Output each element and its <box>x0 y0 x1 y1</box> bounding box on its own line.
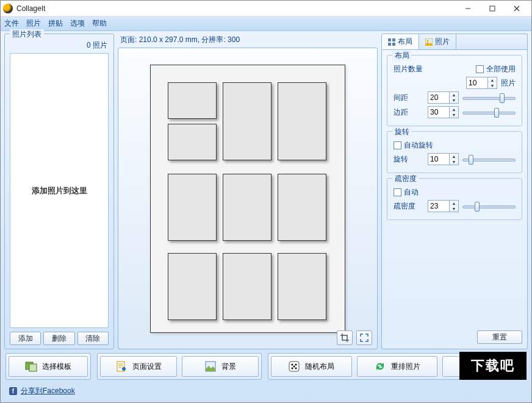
svg-point-17 <box>295 364 297 366</box>
svg-point-20 <box>293 366 295 368</box>
photo-drop-area[interactable]: 添加照片到这里 <box>10 53 109 328</box>
auto-sparse-checkbox[interactable]: 自动 <box>394 187 419 198</box>
group-layout-title: 布局 <box>392 51 412 61</box>
collage-page[interactable] <box>150 65 345 333</box>
use-all-checkbox[interactable]: 全部使用 <box>476 64 516 74</box>
main-area: 照片列表 0 照片 添加照片到这里 添加 删除 清除 页面: 210.0 x 2… <box>1 31 531 402</box>
svg-rect-5 <box>392 38 395 41</box>
sparse-slider[interactable] <box>462 201 516 212</box>
photo-drop-placeholder: 添加照片到这里 <box>32 185 87 196</box>
menu-file[interactable]: 文件 <box>4 18 19 29</box>
collage-cell[interactable] <box>168 82 217 119</box>
reset-button[interactable]: 重置 <box>477 330 522 344</box>
collage-cell[interactable] <box>278 174 326 241</box>
template-icon <box>25 360 37 373</box>
margin-input[interactable]: ▲▼ <box>428 106 459 118</box>
delete-button[interactable]: 删除 <box>43 332 74 345</box>
photo-count-label: 照片数量 <box>394 64 423 74</box>
svg-rect-1 <box>490 6 495 11</box>
group-rotate-title: 旋转 <box>392 127 412 137</box>
menu-collage[interactable]: 拼贴 <box>48 18 63 29</box>
sparse-label: 疏密度 <box>394 201 424 212</box>
grid-icon <box>388 38 395 46</box>
collage-cell[interactable] <box>168 253 217 320</box>
canvas-wrap <box>118 48 378 349</box>
collage-cell[interactable] <box>223 253 271 320</box>
tab-layout[interactable]: 布局 <box>382 34 419 49</box>
select-template-button[interactable]: 选择模板 <box>9 356 88 377</box>
bottom-toolbar: 选择模板 页面设置 背景 随机布局 <box>4 352 528 381</box>
svg-point-19 <box>295 368 297 369</box>
right-panel: 布局 照片 布局 照片数量 全部使用 <box>381 34 528 349</box>
shuffle-button[interactable]: 重排照片 <box>357 356 438 377</box>
spacing-slider[interactable] <box>462 92 516 103</box>
svg-rect-4 <box>388 38 391 41</box>
svg-point-9 <box>427 40 429 41</box>
crop-icon <box>340 333 349 342</box>
spacing-label: 间距 <box>394 93 424 103</box>
photo-list-panel: 照片列表 0 照片 添加照片到这里 添加 删除 清除 <box>4 34 114 349</box>
crop-tool-button[interactable] <box>337 330 353 345</box>
spin-up-icon[interactable]: ▲ <box>488 77 497 83</box>
expand-icon <box>360 333 368 342</box>
app-window: CollageIt 文件 照片 拼贴 选项 帮助 照片列表 0 照片 <box>0 0 532 403</box>
spacing-input[interactable]: ▲▼ <box>428 91 459 104</box>
spin-down-icon[interactable]: ▼ <box>488 83 497 88</box>
tab-photo[interactable]: 照片 <box>419 34 456 49</box>
collage-cell[interactable] <box>168 174 217 241</box>
group-layout: 布局 照片数量 全部使用 ▲▼ 照片 <box>387 55 522 126</box>
collage-cell[interactable] <box>223 82 271 160</box>
margin-label: 边距 <box>394 107 424 118</box>
page-setup-button[interactable]: 页面设置 <box>100 356 177 377</box>
app-icon <box>3 4 13 13</box>
refresh-icon <box>374 360 386 373</box>
app-title: CollageIt <box>16 4 45 13</box>
svg-rect-6 <box>388 43 391 46</box>
svg-rect-11 <box>29 364 37 371</box>
sparse-input[interactable]: ▲▼ <box>428 200 459 212</box>
svg-point-13 <box>122 367 126 371</box>
page-info-text: 页面: 210.0 x 297.0 mm, 分辨率: 300 <box>118 34 378 48</box>
background-icon <box>204 360 217 373</box>
collage-cell[interactable] <box>168 124 217 160</box>
background-button[interactable]: 背景 <box>182 356 259 377</box>
add-button[interactable]: 添加 <box>10 332 41 345</box>
photo-list-title: 照片列表 <box>10 29 44 40</box>
maximize-button[interactable] <box>480 2 505 15</box>
collage-cell[interactable] <box>278 253 326 320</box>
auto-rotate-checkbox[interactable]: 自动旋转 <box>394 140 433 151</box>
page-setup-icon <box>115 360 128 373</box>
rotate-label: 旋转 <box>394 154 424 165</box>
svg-point-16 <box>292 364 293 366</box>
minimize-button[interactable] <box>456 2 480 15</box>
random-layout-button[interactable]: 随机布局 <box>271 356 352 377</box>
image-icon <box>425 38 433 46</box>
tab-layout-label: 布局 <box>398 37 412 47</box>
clear-button[interactable]: 清除 <box>77 332 109 345</box>
menu-options[interactable]: 选项 <box>70 18 85 29</box>
group-sparse: 疏密度 自动 疏密度 ▲▼ <box>387 178 522 220</box>
share-facebook-link[interactable]: 分享到Facebook <box>21 386 75 396</box>
menu-bar: 文件 照片 拼贴 选项 帮助 <box>1 16 531 31</box>
group-rotate: 旋转 自动旋转 旋转 ▲▼ <box>387 131 522 173</box>
group-sparse-title: 疏密度 <box>392 174 419 184</box>
canvas-panel: 页面: 210.0 x 297.0 mm, 分辨率: 300 <box>118 34 378 349</box>
menu-photo[interactable]: 照片 <box>26 18 41 29</box>
footer: f 分享到Facebook <box>4 383 528 399</box>
rotate-slider[interactable] <box>462 154 516 165</box>
facebook-icon: f <box>9 387 17 395</box>
collage-cell[interactable] <box>278 82 326 160</box>
tab-bar: 布局 照片 <box>381 34 528 49</box>
photos-suffix: 照片 <box>501 78 516 88</box>
collage-cell[interactable] <box>223 174 271 241</box>
margin-slider[interactable] <box>462 107 516 118</box>
photo-count-text: 0 照片 <box>10 40 107 51</box>
menu-help[interactable]: 帮助 <box>92 18 107 29</box>
dice-icon <box>288 360 300 373</box>
title-bar: CollageIt <box>1 1 531 16</box>
photo-count-input[interactable]: ▲▼ <box>466 77 497 89</box>
watermark: 下载吧 <box>459 352 527 380</box>
fit-tool-button[interactable] <box>356 330 372 345</box>
close-button[interactable] <box>505 2 529 15</box>
rotate-input[interactable]: ▲▼ <box>428 153 459 165</box>
